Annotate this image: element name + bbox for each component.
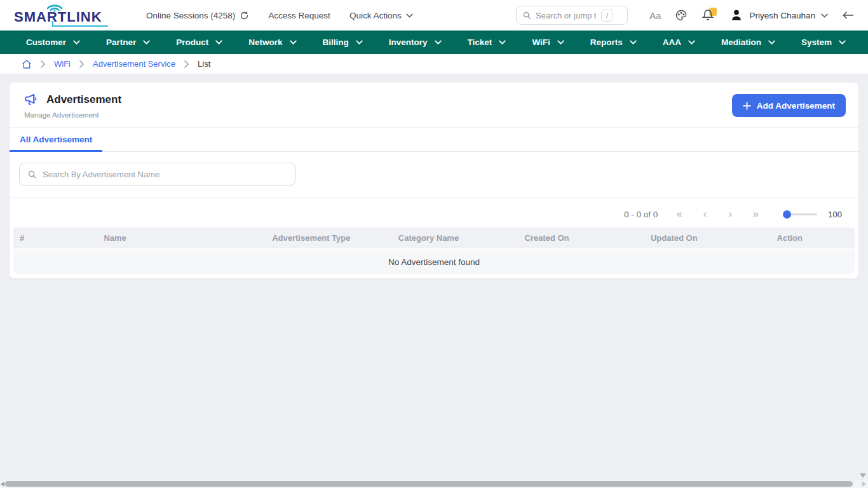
global-search-input[interactable] xyxy=(536,11,597,20)
header-right: / Aa Priyesh Chau xyxy=(516,6,854,25)
logo-underline-tick xyxy=(52,21,53,27)
collapse-back-arrow-icon[interactable] xyxy=(842,11,854,20)
empty-state-message: No Advertisement found xyxy=(388,257,480,267)
nav-item-customer[interactable]: Customer xyxy=(26,37,80,47)
title-row: Advertisement xyxy=(24,92,121,107)
nav-item-reports[interactable]: Reports xyxy=(590,37,637,47)
filter-section xyxy=(10,152,858,198)
add-advertisement-label: Add Advertisement xyxy=(757,101,835,111)
advertisement-search-input[interactable] xyxy=(43,170,287,179)
logo-text: SMARTLINK xyxy=(14,9,102,25)
user-menu[interactable]: Priyesh Chauhan xyxy=(729,8,828,22)
pagination-range: 0 - 0 of 0 xyxy=(624,210,658,219)
nav-item-product[interactable]: Product xyxy=(176,37,222,47)
quick-actions-menu[interactable]: Quick Actions xyxy=(349,11,413,20)
tab-row: All Advertisement xyxy=(10,128,858,152)
search-icon xyxy=(27,170,37,179)
nav-item-partner[interactable]: Partner xyxy=(106,37,150,47)
nav-item-wifi[interactable]: WiFi xyxy=(532,37,564,47)
home-icon[interactable] xyxy=(22,59,32,69)
nav-label: Inventory xyxy=(389,37,428,47)
vertical-scrollbar-down-arrow[interactable] xyxy=(860,473,866,478)
header-quick-links: Online Sessions (4258) Access Request Qu… xyxy=(146,11,413,20)
nav-label: Partner xyxy=(106,37,136,47)
nav-item-ticket[interactable]: Ticket xyxy=(468,37,506,47)
page-size-value: 100 xyxy=(828,210,842,219)
advertisement-table: # Name Advertisement Type Category Name … xyxy=(10,227,858,278)
access-request-link[interactable]: Access Request xyxy=(268,11,330,20)
plus-icon xyxy=(743,102,751,110)
breadcrumb-wifi-link[interactable]: WiFi xyxy=(54,59,71,69)
nav-item-aaa[interactable]: AAA xyxy=(663,37,695,47)
access-request-label: Access Request xyxy=(268,11,330,20)
chevron-down-icon xyxy=(688,40,695,44)
page-size-slider-handle[interactable] xyxy=(783,210,791,219)
breadcrumb-current: List xyxy=(198,59,210,69)
nav-label: Customer xyxy=(26,37,66,47)
chevron-down-icon xyxy=(839,40,846,44)
column-header-action: Action xyxy=(771,233,855,243)
chevron-down-icon xyxy=(499,40,506,44)
avatar xyxy=(729,8,743,22)
chevron-down-icon xyxy=(435,40,442,44)
nav-item-billing[interactable]: Billing xyxy=(323,37,363,47)
notifications-bell-icon[interactable] xyxy=(702,8,715,22)
horizontal-scrollbar[interactable] xyxy=(0,480,868,488)
chevron-down-icon xyxy=(821,13,828,18)
tab-all-advertisement[interactable]: All Advertisement xyxy=(10,128,102,152)
scroll-left-arrow[interactable] xyxy=(1,482,4,487)
font-size-toggle[interactable]: Aa xyxy=(649,10,661,21)
nav-label: System xyxy=(801,37,832,47)
nav-label: Ticket xyxy=(468,37,492,47)
main-nav: Customer Partner Product Network Billing… xyxy=(0,30,868,54)
horizontal-scrollbar-thumb[interactable] xyxy=(5,481,853,487)
pagination: 0 - 0 of 0 « ‹ › » 100 xyxy=(10,198,858,227)
user-name: Priyesh Chauhan xyxy=(749,11,815,20)
column-header-category-name: Category Name xyxy=(392,233,519,243)
add-advertisement-button[interactable]: Add Advertisement xyxy=(732,94,846,117)
nav-label: Network xyxy=(248,37,282,47)
nav-item-mediation[interactable]: Mediation xyxy=(721,37,775,47)
refresh-icon[interactable] xyxy=(240,11,249,20)
prev-page-icon[interactable]: ‹ xyxy=(692,209,717,219)
search-icon xyxy=(522,11,531,20)
nav-label: Product xyxy=(176,37,208,47)
nav-label: Mediation xyxy=(721,37,761,47)
column-header-advertisement-type: Advertisement Type xyxy=(266,233,392,243)
theme-palette-icon[interactable] xyxy=(675,9,688,22)
card-header-left: Advertisement Manage Advertisement xyxy=(24,92,121,119)
chevron-right-icon xyxy=(79,60,85,68)
chevron-down-icon xyxy=(406,13,413,18)
logo-underline xyxy=(52,25,108,27)
chevron-down-icon xyxy=(557,40,564,44)
chevron-down-icon xyxy=(290,40,297,44)
nav-item-inventory[interactable]: Inventory xyxy=(389,37,442,47)
chevron-down-icon xyxy=(73,40,80,44)
first-page-icon[interactable]: « xyxy=(667,209,692,219)
column-header-name: Name xyxy=(97,233,266,243)
scroll-right-arrow[interactable] xyxy=(862,482,866,487)
breadcrumb-advertisement-service-link[interactable]: Advertisement Service xyxy=(93,59,175,69)
online-sessions[interactable]: Online Sessions (4258) xyxy=(146,11,249,20)
nav-item-network[interactable]: Network xyxy=(248,37,296,47)
page-title: Advertisement xyxy=(46,93,121,106)
global-search[interactable]: / xyxy=(516,6,628,25)
next-page-icon[interactable]: › xyxy=(717,209,743,219)
smartlink-logo[interactable]: SMARTLINK xyxy=(13,3,109,28)
nav-label: AAA xyxy=(663,37,681,47)
column-header-updated-on: Updated On xyxy=(644,233,771,243)
chevron-down-icon xyxy=(143,40,150,44)
page-subtitle: Manage Advertisement xyxy=(24,111,121,119)
advertisement-search[interactable] xyxy=(19,163,295,186)
column-header-index: # xyxy=(13,233,97,243)
page-size-slider[interactable] xyxy=(784,214,817,215)
nav-label: WiFi xyxy=(532,37,550,47)
chevron-down-icon xyxy=(630,40,637,44)
breadcrumb: WiFi Advertisement Service List xyxy=(0,54,868,74)
nav-label: Reports xyxy=(590,37,623,47)
megaphone-icon xyxy=(24,92,39,107)
last-page-icon[interactable]: » xyxy=(743,209,768,219)
chevron-down-icon xyxy=(215,40,222,44)
chevron-right-icon xyxy=(184,60,189,68)
nav-item-system[interactable]: System xyxy=(801,37,846,47)
